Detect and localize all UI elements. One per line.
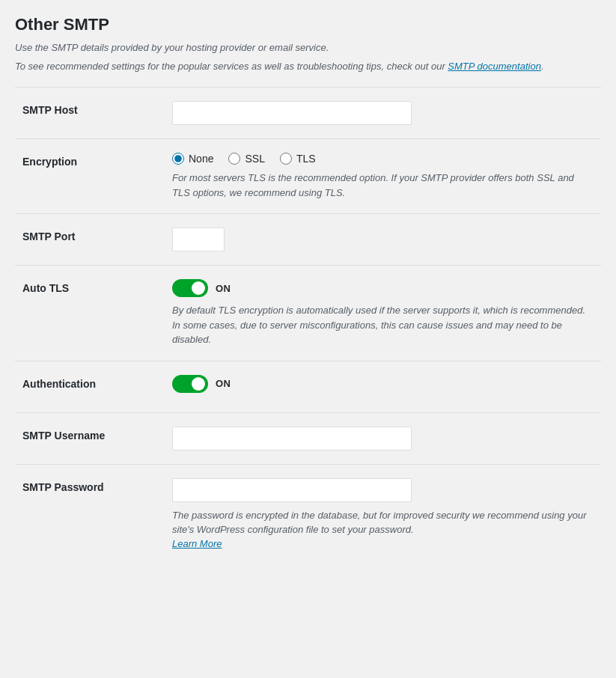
- encryption-row: Encryption None SSL TLS: [15, 139, 601, 214]
- smtp-port-label: SMTP Port: [22, 230, 76, 242]
- smtp-password-hint: The password is encrypted in the databas…: [172, 508, 591, 537]
- doc-link-prefix: To see recommended settings for the popu…: [15, 61, 448, 72]
- learn-more-link[interactable]: Learn More: [172, 538, 222, 549]
- authentication-toggle[interactable]: [172, 375, 208, 393]
- encryption-none-radio[interactable]: [172, 153, 184, 165]
- encryption-tls-option[interactable]: TLS: [280, 153, 316, 165]
- encryption-label: Encryption: [22, 156, 77, 168]
- smtp-password-input[interactable]: [172, 478, 412, 502]
- smtp-port-input[interactable]: [172, 227, 225, 251]
- doc-link-suffix: .: [541, 61, 544, 72]
- encryption-ssl-radio[interactable]: [228, 153, 240, 165]
- auto-tls-slider: [172, 279, 208, 297]
- page-title: Other SMTP: [15, 15, 601, 34]
- authentication-row: Authentication ON: [15, 361, 601, 412]
- encryption-none-label: None: [189, 153, 213, 165]
- encryption-tls-radio[interactable]: [280, 153, 292, 165]
- auto-tls-toggle[interactable]: [172, 279, 208, 297]
- smtp-host-input[interactable]: [172, 101, 412, 125]
- encryption-ssl-label: SSL: [245, 153, 264, 165]
- smtp-password-row: SMTP Password The password is encrypted …: [15, 464, 601, 563]
- smtp-username-input[interactable]: [172, 427, 412, 451]
- encryption-radio-group: None SSL TLS: [172, 153, 594, 165]
- auto-tls-row: Auto TLS ON By default TLS encryption is…: [15, 266, 601, 361]
- encryption-none-option[interactable]: None: [172, 153, 213, 165]
- smtp-documentation-link[interactable]: SMTP documentation: [448, 61, 541, 72]
- encryption-tls-label: TLS: [296, 153, 316, 165]
- auto-tls-state-label: ON: [216, 283, 231, 294]
- auto-tls-hint: By default TLS encryption is automatical…: [172, 303, 591, 347]
- authentication-state-label: ON: [216, 378, 231, 389]
- smtp-password-label: SMTP Password: [22, 481, 104, 493]
- settings-table: SMTP Host Encryption None SSL: [15, 87, 601, 563]
- smtp-username-label: SMTP Username: [22, 430, 105, 442]
- smtp-username-row: SMTP Username: [15, 412, 601, 464]
- doc-link-paragraph: To see recommended settings for the popu…: [15, 61, 601, 72]
- page-description: Use the SMTP details provided by your ho…: [15, 42, 601, 53]
- authentication-toggle-row: ON: [172, 375, 594, 393]
- encryption-ssl-option[interactable]: SSL: [228, 153, 264, 165]
- authentication-label: Authentication: [22, 378, 96, 390]
- authentication-slider: [172, 375, 208, 393]
- smtp-host-label: SMTP Host: [22, 104, 78, 116]
- smtp-host-row: SMTP Host: [15, 88, 601, 139]
- auto-tls-toggle-row: ON: [172, 279, 594, 297]
- encryption-hint: For most servers TLS is the recommended …: [172, 171, 591, 200]
- smtp-port-row: SMTP Port: [15, 214, 601, 266]
- auto-tls-label: Auto TLS: [22, 282, 69, 294]
